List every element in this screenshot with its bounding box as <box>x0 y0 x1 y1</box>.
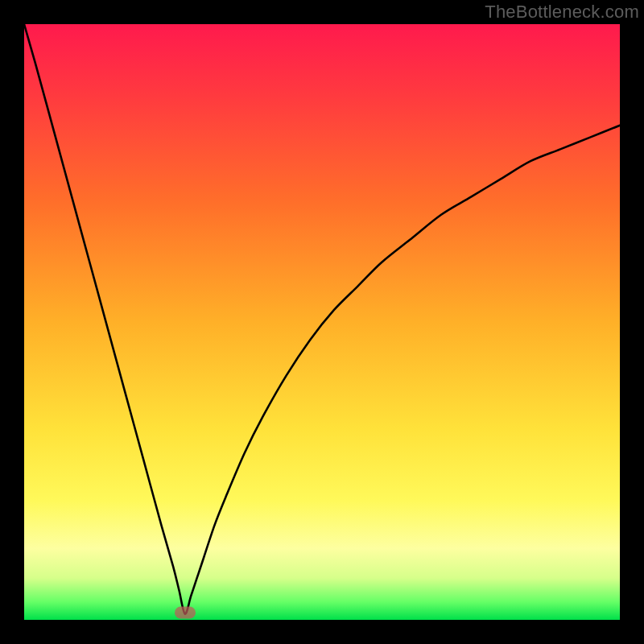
optimal-point-marker <box>175 607 196 619</box>
watermark-text: TheBottleneck.com <box>485 2 639 23</box>
plot-area <box>24 24 620 620</box>
chart-svg <box>24 24 620 620</box>
gradient-bg <box>24 24 620 620</box>
chart-frame: TheBottleneck.com <box>0 0 644 644</box>
